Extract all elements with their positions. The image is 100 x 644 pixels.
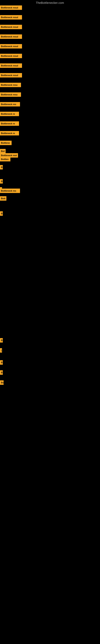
- bar-row-24: B: [0, 338, 3, 342]
- bar-label-6: Bottleneck resul: [0, 54, 22, 58]
- bar-row-13: Bottleneck re: [0, 121, 19, 126]
- bar-label-29: Bo: [0, 380, 3, 385]
- bar-label-25: |: [0, 348, 2, 352]
- bar-label-12: Bottleneck re: [0, 112, 19, 116]
- bar-row-1: Bottleneck resul: [0, 6, 22, 10]
- bar-row-20: B: [0, 179, 3, 184]
- bar-row-6: Bottleneck resul: [0, 54, 22, 58]
- bar-label-26: B: [0, 360, 3, 365]
- bar-row-8: Bottleneck resul: [0, 73, 22, 78]
- bar-row-14: Bottleneck re: [0, 131, 19, 136]
- bar-row-23: B: [0, 211, 3, 216]
- bar-row-18: Bottlen: [0, 157, 10, 162]
- bar-label-9: Bottleneck resu: [0, 83, 21, 87]
- bar-label-3: Bottleneck resul: [0, 25, 22, 29]
- bar-label-28: Bottleneck res: [0, 188, 20, 193]
- bar-row-3: Bottleneck resul: [0, 25, 22, 29]
- bar-label-24: B: [0, 338, 3, 342]
- bar-label-5: Bottleneck resul: [0, 44, 22, 48]
- bar-row-19: B: [0, 165, 3, 170]
- bar-label-4: Bottleneck resul: [0, 34, 22, 39]
- bar-row-29: Bo: [0, 380, 3, 385]
- bar-row-27: B: [0, 370, 3, 375]
- bar-label-23: B: [0, 211, 3, 216]
- bar-label-10: Bottleneck resu: [0, 92, 21, 97]
- bar-label-17: Bot: [0, 149, 6, 153]
- bar-row-16: Bottlene: [0, 141, 12, 145]
- bar-row-11: Bottleneck res: [0, 102, 20, 106]
- bar-row-28: Bottleneck res: [0, 188, 20, 193]
- bar-row-12: Bottleneck re: [0, 112, 19, 116]
- bar-row-2: Bottleneck resul: [0, 15, 22, 20]
- bar-row-4: Bottleneck resul: [0, 34, 22, 39]
- bar-row-25: |: [0, 348, 2, 352]
- bar-label-7: Bottleneck resul: [0, 64, 22, 68]
- bar-label-27: B: [0, 370, 3, 375]
- bar-row-22: Bott: [0, 196, 6, 201]
- bar-row-5: Bottleneck resul: [0, 44, 22, 48]
- bar-row-10: Bottleneck resu: [0, 92, 21, 97]
- bar-label-13: Bottleneck re: [0, 121, 19, 126]
- bar-label-14: Bottleneck re: [0, 131, 19, 136]
- bar-label-2: Bottleneck resul: [0, 15, 22, 20]
- bar-label-11: Bottleneck res: [0, 102, 20, 106]
- bar-label-19: B: [0, 165, 3, 170]
- bar-row-26: B: [0, 360, 3, 365]
- bar-row-7: Bottleneck resul: [0, 64, 22, 68]
- bar-row-9: Bottleneck resu: [0, 83, 21, 87]
- bar-label-16: Bottlene: [0, 141, 12, 145]
- bar-label-22: Bott: [0, 196, 6, 201]
- bar-label-8: Bottleneck resul: [0, 73, 22, 78]
- bar-label-20: B: [0, 179, 3, 184]
- bar-row-17: Bot: [0, 149, 6, 153]
- site-title: TheBottlenecker.com: [0, 0, 100, 6]
- bar-label-18: Bottlen: [0, 157, 10, 162]
- bar-label-1: Bottleneck resul: [0, 6, 22, 10]
